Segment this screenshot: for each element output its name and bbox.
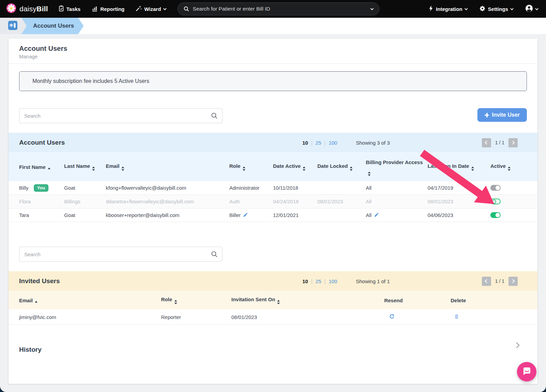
invited-page-indicator: 1 / 1 <box>495 278 504 284</box>
col-date-active[interactable]: Date Active <box>273 163 317 171</box>
breadcrumb-home[interactable] <box>0 18 27 34</box>
col-resend: Resend <box>361 297 426 303</box>
col-invited-email[interactable]: Email <box>19 297 161 304</box>
user-avatar-icon <box>525 4 533 13</box>
wizard-wand-icon <box>135 5 142 13</box>
chevron-down-icon <box>510 7 514 10</box>
search-icon[interactable] <box>211 250 218 259</box>
nav-integration[interactable]: Integration <box>429 5 468 13</box>
page-size-10[interactable]: 10 <box>302 278 308 284</box>
active-toggle[interactable] <box>490 185 501 191</box>
chevron-down-icon <box>535 7 538 10</box>
cell-access: All <box>366 212 372 218</box>
cell-last-name: Goat <box>64 185 106 191</box>
page-subtitle: Manage <box>19 54 527 59</box>
search-scope-chevron-icon[interactable] <box>370 7 374 10</box>
col-last-sign-in-date[interactable]: Last Sign In Date <box>428 163 490 171</box>
invited-search <box>19 247 222 262</box>
cell-access: All <box>366 199 428 204</box>
global-search-input[interactable] <box>193 6 371 12</box>
cell-last-name: Goat <box>64 212 106 218</box>
page-size-25[interactable]: 25 <box>316 278 321 284</box>
table-row: Tara Goat kbooser+reporter@daisybill.com… <box>9 208 537 222</box>
plus-icon <box>485 113 489 117</box>
active-toggle[interactable] <box>490 212 501 218</box>
top-navigation-bar: daisyBill Tasks <box>0 0 546 18</box>
breadcrumb-current[interactable]: Account Users <box>21 18 84 34</box>
sort-icon <box>174 300 177 304</box>
lightning-bolt-icon <box>429 5 433 13</box>
invited-showing-count: Showing 1 of 1 <box>356 278 390 284</box>
col-last-name[interactable]: Last Name <box>64 163 106 171</box>
col-invited-role[interactable]: Role <box>161 296 231 304</box>
search-icon[interactable] <box>211 112 218 121</box>
invite-user-button[interactable]: Invite User <box>477 108 527 122</box>
col-active[interactable]: Active <box>490 163 537 171</box>
page-size-25[interactable]: 25 <box>316 140 321 146</box>
page-size-10[interactable]: 10 <box>302 140 308 146</box>
separator <box>311 140 313 146</box>
page-size-100[interactable]: 100 <box>329 278 337 284</box>
prev-page-button[interactable] <box>482 138 491 147</box>
cell-date-locked: 08/01/2023 <box>317 199 366 204</box>
breadcrumb-label: Account Users <box>33 23 74 29</box>
daisybill-logo[interactable]: daisyBill <box>6 3 48 15</box>
edit-access-icon[interactable] <box>374 212 379 218</box>
history-section: History <box>19 346 527 362</box>
page-size-100[interactable]: 100 <box>329 140 337 146</box>
edit-role-icon[interactable] <box>243 212 248 218</box>
reporting-chart-icon <box>91 5 98 13</box>
cell-date-active: 10/11/2018 <box>273 185 317 191</box>
table-row: Flora Billings ddanetra+flowervalleyic@d… <box>9 195 537 208</box>
sort-icon <box>303 166 305 171</box>
next-page-button[interactable] <box>508 277 518 286</box>
subscription-notice-text: Monthly subscription fee includes 5 Acti… <box>32 78 149 84</box>
cell-last-sign-in: 04/06/2023 <box>428 212 490 218</box>
cell-invited-role: Reporter <box>161 314 231 320</box>
invited-search-input[interactable] <box>19 247 222 262</box>
chat-launcher-button[interactable] <box>517 362 536 381</box>
nav-reporting[interactable]: Reporting <box>91 5 125 13</box>
chevron-right-icon <box>511 279 514 283</box>
users-page-indicator: 1 / 1 <box>495 140 504 145</box>
history-expand-chevron-icon[interactable] <box>514 343 520 348</box>
invited-table-head: Email Role Invitation Sent On Resend Del… <box>9 291 537 309</box>
brand-wordmark: daisyBill <box>19 5 48 13</box>
chevron-right-icon <box>511 141 514 144</box>
next-page-button[interactable] <box>508 138 518 147</box>
nav-settings[interactable]: Settings <box>479 5 514 13</box>
prev-page-button[interactable] <box>482 277 491 286</box>
active-toggle[interactable] <box>490 199 501 204</box>
delete-trash-icon[interactable] <box>454 314 459 320</box>
global-search[interactable] <box>177 2 379 15</box>
sort-icon <box>508 166 511 171</box>
cell-invited-email: jiminy@fvic.com <box>19 314 161 320</box>
screenshot-root: daisyBill Tasks <box>0 0 546 392</box>
nav-integration-label: Integration <box>436 6 462 12</box>
nav-account-menu[interactable] <box>525 4 538 13</box>
sort-icon <box>243 166 245 171</box>
cell-role: Administrator <box>229 185 273 191</box>
cell-last-sign-in: 04/17/2019 <box>428 185 490 191</box>
col-email[interactable]: Email <box>106 163 229 171</box>
nav-wizard[interactable]: Wizard <box>135 5 167 13</box>
col-invitation-sent-on[interactable]: Invitation Sent On <box>231 296 361 304</box>
col-role[interactable]: Role <box>229 163 273 171</box>
cell-date-active: 04/24/2018 <box>273 199 317 204</box>
cell-access: All <box>366 185 428 191</box>
sort-icon <box>368 172 371 176</box>
resend-icon[interactable] <box>389 314 395 320</box>
separator <box>311 278 313 284</box>
you-badge: You <box>34 184 49 192</box>
invite-user-label: Invite User <box>492 112 520 118</box>
users-showing-count: Showing 3 of 3 <box>356 140 390 146</box>
col-billing-provider-access[interactable]: Billing Provider Access <box>366 158 428 176</box>
invited-table-header-band: Invited Users 10 25 100 Showing 1 of 1 1… <box>9 271 537 291</box>
users-search-input[interactable] <box>19 108 222 123</box>
users-search <box>19 108 222 123</box>
col-first-name[interactable]: First Name <box>19 164 64 170</box>
col-date-locked[interactable]: Date Locked <box>317 163 366 171</box>
table-row: jiminy@fvic.com Reporter 08/01/2023 <box>9 309 537 325</box>
separator <box>324 140 326 146</box>
nav-tasks[interactable]: Tasks <box>58 5 81 13</box>
